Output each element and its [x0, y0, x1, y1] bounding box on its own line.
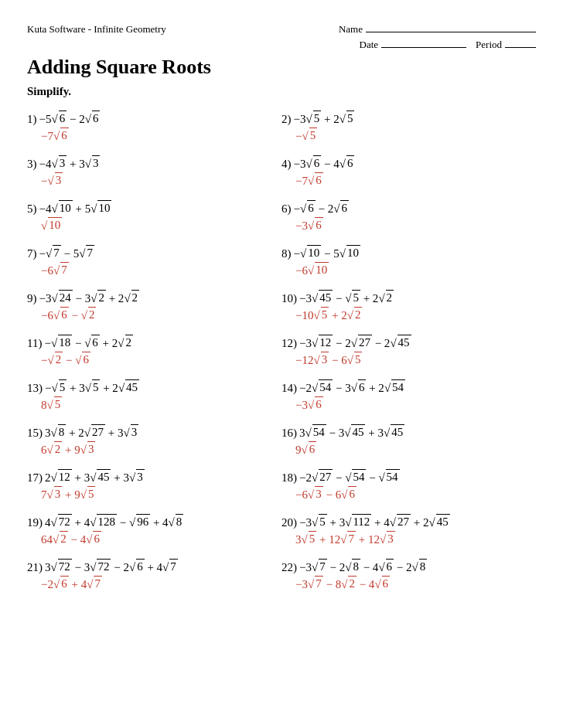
- problem-answer: 8√5: [41, 396, 282, 412]
- problem-question: 11)−√18 − √6 + 2√2: [27, 335, 282, 350]
- problem-answer: −3√6: [295, 217, 536, 233]
- period-line: Period: [476, 39, 536, 51]
- problem-item: 15)3√8 + 2√27 + 3√3 6√2 + 9√3: [27, 420, 282, 464]
- problem-number: 18): [282, 471, 297, 484]
- problem-item: 17)2√12 + 3√45 + 3√3 7√3 + 9√5: [27, 464, 282, 509]
- problem-answer: −3√6: [295, 396, 536, 412]
- problem-question: 18)−2√27 − √54 − √54: [282, 469, 536, 485]
- header-right: Name Date Period: [339, 23, 536, 51]
- problem-number: 1): [27, 113, 37, 125]
- problem-item: 22)−3√7 − 2√8 − 4√6 − 2√8 −3√7 − 8√2 − 4…: [282, 554, 536, 599]
- problem-answer: −6√10: [295, 262, 536, 277]
- page-header: Kuta Software - Infinite Geometry Name D…: [27, 23, 536, 51]
- problem-answer: 7√3 + 9√5: [41, 486, 282, 502]
- problem-item: 8)−√10 − 5√10 −6√10: [282, 240, 536, 285]
- problem-number: 15): [27, 427, 43, 439]
- problem-item: 11)−√18 − √6 + 2√2 −√2 − √6: [27, 330, 282, 375]
- problem-item: 16)3√54 − 3√45 + 3√45 9√6: [282, 420, 536, 464]
- problem-question: 22)−3√7 − 2√8 − 4√6 − 2√8: [282, 559, 536, 574]
- problem-answer: 6√2 + 9√3: [41, 441, 282, 457]
- problem-question: 7)−√7 − 5√7: [27, 245, 282, 260]
- problem-question: 13)−√5 + 3√5 + 2√45: [27, 379, 282, 395]
- problem-answer: −√3: [41, 172, 282, 188]
- problem-question: 17)2√12 + 3√45 + 3√3: [27, 469, 282, 485]
- problem-number: 20): [282, 516, 297, 529]
- problem-answer: −3√7 − 8√2 − 4√6: [295, 576, 536, 591]
- problem-question: 20)−3√5 + 3√112 + 4√27 + 2√45: [282, 514, 536, 529]
- problem-number: 22): [282, 561, 297, 573]
- problem-item: 12)−3√12 − 2√27 − 2√45 −12√3 − 6√5: [282, 330, 536, 375]
- problem-item: 7)−√7 − 5√7 −6√7: [27, 240, 282, 285]
- problem-item: 10)−3√45 − √5 + 2√2 −10√5 + 2√2: [282, 285, 536, 330]
- problem-question: 16)3√54 − 3√45 + 3√45: [282, 424, 536, 440]
- problem-item: 20)−3√5 + 3√112 + 4√27 + 2√45 3√5 + 12√7…: [282, 509, 536, 554]
- problem-answer: −√2 − √6: [41, 352, 282, 367]
- date-period-line: Date Period: [360, 39, 537, 51]
- problem-answer: 64√2 − 4√6: [41, 531, 282, 546]
- problem-item: 6)−√6 − 2√6 −3√6: [282, 196, 536, 240]
- problem-item: 21)3√72 − 3√72 − 2√6 + 4√7 −2√6 + 4√7: [27, 554, 282, 599]
- problem-question: 21)3√72 − 3√72 − 2√6 + 4√7: [27, 559, 282, 574]
- problem-item: 18)−2√27 − √54 − √54 −6√3 − 6√6: [282, 464, 536, 509]
- problem-number: 3): [27, 158, 37, 170]
- problem-number: 21): [27, 561, 43, 573]
- date-line: Date: [360, 39, 467, 51]
- name-line: Name: [339, 23, 536, 36]
- problem-question: 2)−3√5 + 2√5: [282, 111, 536, 126]
- problems-grid: 1)−5√6 − 2√6 −7√6 2)−3√5 + 2√5 −√5 3)−4√…: [27, 106, 536, 599]
- problem-number: 12): [282, 337, 297, 349]
- problem-answer: 3√5 + 12√7 + 12√3: [295, 531, 536, 546]
- problem-number: 7): [27, 247, 37, 260]
- problem-answer: −7√6: [41, 128, 282, 143]
- problem-number: 16): [282, 427, 297, 439]
- problem-item: 3)−4√3 + 3√3 −√3: [27, 151, 282, 196]
- problem-item: 14)−2√54 − 3√6 + 2√54 −3√6: [282, 375, 536, 420]
- name-underline: [366, 32, 536, 32]
- problem-number: 8): [282, 247, 292, 260]
- problem-answer: −7√6: [295, 172, 536, 188]
- software-label: Kuta Software - Infinite Geometry: [27, 23, 166, 36]
- instruction: Simplify.: [27, 85, 536, 98]
- problem-number: 4): [282, 158, 292, 170]
- period-underline: [505, 47, 536, 48]
- problem-question: 6)−√6 − 2√6: [282, 200, 536, 216]
- problem-question: 19)4√72 + 4√128 − √96 + 4√8: [27, 514, 282, 529]
- problem-item: 9)−3√24 − 3√2 + 2√2 −6√6 − √2: [27, 285, 282, 330]
- page-title: Adding Square Roots: [27, 56, 536, 79]
- problem-question: 5)−4√10 + 5√10: [27, 200, 282, 216]
- problem-item: 19)4√72 + 4√128 − √96 + 4√8 64√2 − 4√6: [27, 509, 282, 554]
- problem-item: 13)−√5 + 3√5 + 2√45 8√5: [27, 375, 282, 420]
- problem-answer: −12√3 − 6√5: [295, 352, 536, 367]
- problem-question: 4)−3√6 − 4√6: [282, 155, 536, 171]
- problem-answer: −6√7: [41, 262, 282, 277]
- problem-answer: −6√6 − √2: [41, 307, 282, 322]
- problem-number: 17): [27, 471, 43, 484]
- problem-number: 5): [27, 202, 37, 215]
- problem-number: 14): [282, 382, 297, 394]
- problem-item: 2)−3√5 + 2√5 −√5: [282, 106, 536, 151]
- problem-question: 12)−3√12 − 2√27 − 2√45: [282, 335, 536, 350]
- problem-number: 19): [27, 516, 43, 529]
- problem-answer: −6√3 − 6√6: [295, 486, 536, 502]
- date-underline: [381, 47, 466, 48]
- problem-question: 9)−3√24 − 3√2 + 2√2: [27, 290, 282, 305]
- problem-number: 11): [27, 337, 42, 349]
- problem-question: 3)−4√3 + 3√3: [27, 155, 282, 171]
- problem-number: 9): [27, 292, 37, 304]
- problem-number: 13): [27, 382, 43, 394]
- problem-item: 1)−5√6 − 2√6 −7√6: [27, 106, 282, 151]
- problem-number: 2): [282, 113, 292, 125]
- problem-answer: −2√6 + 4√7: [41, 576, 282, 591]
- problem-number: 6): [282, 202, 292, 215]
- problem-item: 4)−3√6 − 4√6 −7√6: [282, 151, 536, 196]
- name-label: Name: [339, 23, 363, 36]
- problem-number: 10): [282, 292, 297, 304]
- problem-question: 14)−2√54 − 3√6 + 2√54: [282, 379, 536, 395]
- problem-answer: −√5: [295, 128, 536, 143]
- problem-question: 15)3√8 + 2√27 + 3√3: [27, 424, 282, 440]
- problem-answer: √10: [41, 217, 282, 233]
- problem-item: 5)−4√10 + 5√10 √10: [27, 196, 282, 240]
- period-label: Period: [476, 39, 502, 51]
- problem-question: 8)−√10 − 5√10: [282, 245, 536, 260]
- problem-question: 10)−3√45 − √5 + 2√2: [282, 290, 536, 305]
